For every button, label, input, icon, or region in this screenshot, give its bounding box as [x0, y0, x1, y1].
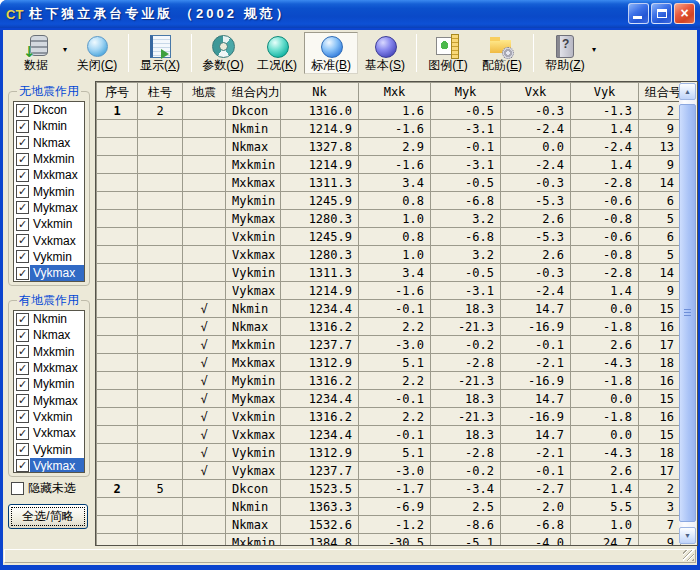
earthquake-check-icon: √: [183, 390, 226, 408]
minimize-button[interactable]: [628, 3, 649, 24]
close-button[interactable]: ×: [674, 3, 695, 24]
scrollbar-thumb[interactable]: [679, 104, 696, 522]
dropdown-arrow-icon[interactable]: ▾: [63, 32, 70, 74]
table-row[interactable]: √Vykmin1312.95.1-2.8-2.1-4.318: [97, 444, 681, 462]
list-item-nkmax[interactable]: ✓Nkmax: [14, 135, 84, 151]
toolbar-button-parameters[interactable]: 参数(O): [196, 32, 250, 74]
table-row[interactable]: √Mykmin1316.22.2-21.3-16.9-1.816: [97, 372, 681, 390]
table-row[interactable]: √Mykmax1234.4-0.118.314.70.015: [97, 390, 681, 408]
checkbox-checked-icon[interactable]: ✓: [16, 185, 29, 198]
table-row[interactable]: √Vxkmax1234.4-0.118.314.70.015: [97, 426, 681, 444]
table-row[interactable]: Mxkmin1214.9-1.6-3.1-2.41.49: [97, 156, 681, 174]
checkbox-checked-icon[interactable]: ✓: [16, 201, 29, 214]
table-cell: Nkmin: [226, 498, 281, 516]
list-item-vykmin[interactable]: ✓Vykmin: [14, 441, 84, 457]
table-row[interactable]: √Nkmin1234.4-0.118.314.70.015: [97, 300, 681, 318]
list-item-vykmin[interactable]: ✓Vykmin: [14, 249, 84, 265]
table-row[interactable]: Vxkmin1245.90.8-6.8-5.3-0.66: [97, 228, 681, 246]
table-cell: [97, 516, 138, 534]
table-row[interactable]: √Nkmax1316.22.2-21.3-16.9-1.816: [97, 318, 681, 336]
checkbox-checked-icon[interactable]: ✓: [16, 136, 29, 149]
table-row[interactable]: Mykmax1280.31.03.22.6-0.85: [97, 210, 681, 228]
toolbar-button-rebar[interactable]: 配筋(E): [475, 32, 529, 74]
checkbox-checked-icon[interactable]: ✓: [16, 104, 29, 117]
table-cell: -2.1: [501, 444, 571, 462]
list-item-mykmax[interactable]: ✓Mykmax: [14, 392, 84, 408]
grid-body: 12Dkcon1316.01.6-0.5-0.3-1.32Nkmin1214.9…: [97, 102, 681, 547]
table-row[interactable]: Vykmin1311.33.4-0.5-0.3-2.814: [97, 264, 681, 282]
checkbox-checked-icon[interactable]: ✓: [16, 234, 29, 247]
list-item-label: Nkmin: [30, 118, 84, 134]
table-row[interactable]: √Vykmax1237.7-3.0-0.2-0.12.617: [97, 462, 681, 480]
list-item-vykmax[interactable]: ✓Vykmax: [14, 265, 84, 281]
list-item-vykmax[interactable]: ✓Vykmax: [14, 458, 84, 473]
list-item-nkmin[interactable]: ✓Nkmin: [14, 118, 84, 134]
table-row[interactable]: Mxkmin1384.8-30.5-5.1-4.024.79: [97, 534, 681, 547]
checkbox-checked-icon[interactable]: ✓: [16, 427, 29, 440]
checkbox-checked-icon[interactable]: ✓: [16, 313, 29, 326]
table-row[interactable]: Nkmax1327.82.9-0.10.0-2.413: [97, 138, 681, 156]
table-row[interactable]: Mykmin1245.90.8-6.8-5.3-0.66: [97, 192, 681, 210]
checkbox-checked-icon[interactable]: ✓: [16, 250, 29, 263]
list-item-vxkmin[interactable]: ✓Vxkmin: [14, 216, 84, 232]
listbox-no-earthquake: ✓Dkcon✓Nkmin✓Nkmax✓Mxkmin✓Mxkmax✓Mykmin✓…: [13, 101, 85, 282]
table-row[interactable]: √Mxkmin1237.7-3.0-0.2-0.12.617: [97, 336, 681, 354]
table-row[interactable]: √Mxkmax1312.95.1-2.8-2.1-4.318: [97, 354, 681, 372]
checkbox-checked-icon[interactable]: ✓: [16, 329, 29, 342]
hide-unselected-checkbox[interactable]: [11, 482, 24, 495]
title-bar[interactable]: CT 柱下独立承台专业版 （2002 规范） ×: [0, 0, 700, 28]
scroll-down-icon[interactable]: ▼: [679, 527, 696, 544]
list-item-mykmax[interactable]: ✓Mykmax: [14, 200, 84, 216]
table-row[interactable]: Vykmax1214.9-1.6-3.1-2.41.49: [97, 282, 681, 300]
toolbar-button-basic[interactable]: 基本(S): [358, 32, 412, 74]
hide-unselected-row[interactable]: 隐藏未选: [11, 480, 76, 497]
list-item-mykmin[interactable]: ✓Mykmin: [14, 376, 84, 392]
checkbox-checked-icon[interactable]: ✓: [16, 169, 29, 182]
checkbox-checked-icon[interactable]: ✓: [16, 443, 29, 456]
checkbox-checked-icon[interactable]: ✓: [16, 394, 29, 407]
checkbox-checked-icon[interactable]: ✓: [16, 362, 29, 375]
table-row[interactable]: Vxkmax1280.31.03.22.6-0.85: [97, 246, 681, 264]
list-item-mxkmax[interactable]: ✓Mxkmax: [14, 167, 84, 183]
checkbox-checked-icon[interactable]: ✓: [16, 218, 29, 231]
toolbar-button-data[interactable]: 数据: [9, 32, 63, 74]
list-item-dkcon[interactable]: ✓Dkcon: [14, 102, 84, 118]
toolbar-button-display[interactable]: 显示(X): [133, 32, 187, 74]
select-all-button[interactable]: 全选/简略: [8, 504, 88, 529]
table-cell: -0.1: [431, 138, 501, 156]
toolbar-button-standard[interactable]: 标准(B): [304, 32, 358, 74]
list-item-mxkmin[interactable]: ✓Mxkmin: [14, 151, 84, 167]
checkbox-checked-icon[interactable]: ✓: [16, 378, 29, 391]
toolbar-button-load-case[interactable]: 工况(K): [250, 32, 304, 74]
toolbar-button-close[interactable]: 关闭(C): [70, 32, 124, 74]
list-item-mxkmin[interactable]: ✓Mxkmin: [14, 344, 84, 360]
list-item-mykmin[interactable]: ✓Mykmin: [14, 183, 84, 199]
checkbox-checked-icon[interactable]: ✓: [16, 267, 29, 280]
list-item-vxkmax[interactable]: ✓Vxkmax: [14, 232, 84, 248]
table-row[interactable]: √Vxkmin1316.22.2-21.3-16.9-1.816: [97, 408, 681, 426]
hide-unselected-label: 隐藏未选: [28, 480, 76, 497]
list-item-vxkmax[interactable]: ✓Vxkmax: [14, 425, 84, 441]
table-row[interactable]: 25Dkcon1523.5-1.7-3.4-2.71.42: [97, 480, 681, 498]
scroll-up-icon[interactable]: ▲: [679, 83, 696, 100]
toolbar-button-help[interactable]: 帮助(Z): [538, 32, 592, 74]
table-row[interactable]: 12Dkcon1316.01.6-0.5-0.3-1.32: [97, 102, 681, 120]
table-row[interactable]: Mxkmax1311.33.4-0.5-0.3-2.814: [97, 174, 681, 192]
toolbar-button-legend[interactable]: 图例(T): [421, 32, 475, 74]
list-item-nkmin[interactable]: ✓Nkmin: [14, 311, 84, 327]
table-row[interactable]: Nkmin1363.3-6.92.52.05.53: [97, 498, 681, 516]
checkbox-checked-icon[interactable]: ✓: [16, 459, 29, 472]
vertical-scrollbar[interactable]: ▲ ▼: [679, 83, 696, 544]
checkbox-checked-icon[interactable]: ✓: [16, 345, 29, 358]
table-row[interactable]: Nkmax1532.6-1.2-8.6-6.81.07: [97, 516, 681, 534]
checkbox-checked-icon[interactable]: ✓: [16, 120, 29, 133]
checkbox-checked-icon[interactable]: ✓: [16, 153, 29, 166]
list-item-mxkmax[interactable]: ✓Mxkmax: [14, 360, 84, 376]
maximize-button[interactable]: [651, 3, 672, 24]
list-item-vxkmin[interactable]: ✓Vxkmin: [14, 409, 84, 425]
list-item-nkmax[interactable]: ✓Nkmax: [14, 327, 84, 343]
table-row[interactable]: Nkmin1214.9-1.6-3.1-2.41.49: [97, 120, 681, 138]
checkbox-checked-icon[interactable]: ✓: [16, 410, 29, 423]
dropdown-arrow-icon[interactable]: ▾: [592, 32, 599, 74]
resize-grip-icon[interactable]: [683, 550, 694, 561]
